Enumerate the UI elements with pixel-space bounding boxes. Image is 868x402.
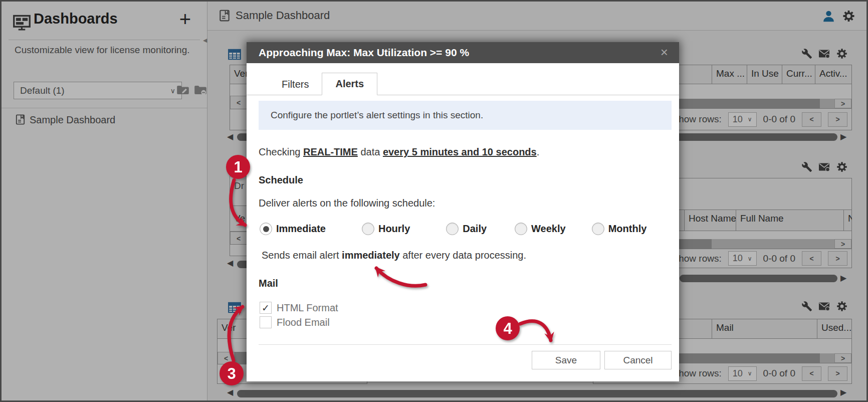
radio-label: Immediate xyxy=(276,223,326,235)
checking-text: Checking xyxy=(259,146,303,157)
note-emphasis: immediately xyxy=(342,250,400,261)
app-window: Dashboards + Customizable view for licen… xyxy=(0,0,868,402)
radio-monthly[interactable]: Monthly xyxy=(592,223,647,235)
checking-text: . xyxy=(537,146,540,157)
radio-dot xyxy=(592,223,604,235)
radio-immediate[interactable]: Immediate xyxy=(260,223,326,235)
checkbox-html-format[interactable]: ✓ HTML Format xyxy=(260,302,338,314)
checkbox-box-checked: ✓ xyxy=(260,302,272,314)
schedule-note: Sends email alert immediately after ever… xyxy=(262,250,526,261)
radio-weekly[interactable]: Weekly xyxy=(515,223,566,235)
radio-dot xyxy=(362,223,374,235)
radio-daily[interactable]: Daily xyxy=(446,223,487,235)
close-icon[interactable]: × xyxy=(658,44,671,61)
note-text: Sends email alert xyxy=(262,250,342,261)
radio-label: Hourly xyxy=(378,223,410,235)
info-banner: Configure the portlet’s alert settings i… xyxy=(259,101,672,130)
checkbox-label: Flood Email xyxy=(277,317,330,328)
radio-label: Daily xyxy=(463,223,487,235)
dialog-title: Approaching Max: Max Utilization >= 90 % xyxy=(259,47,469,59)
interval-emphasis: every 5 minutes and 10 seconds xyxy=(383,146,537,157)
radio-dot xyxy=(515,223,527,235)
check-icon: ✓ xyxy=(262,303,270,313)
checkbox-flood-email[interactable]: Flood Email xyxy=(260,316,330,328)
schedule-heading: Schedule xyxy=(259,174,303,186)
tab-filters[interactable]: Filters xyxy=(269,74,322,95)
checking-interval-text: Checking REAL-TIME data every 5 minutes … xyxy=(259,146,539,158)
radio-hourly[interactable]: Hourly xyxy=(362,223,410,235)
alert-settings-dialog: Approaching Max: Max Utilization >= 90 %… xyxy=(247,42,679,381)
schedule-caption: Deliver alerts on the following schedule… xyxy=(259,197,435,209)
cancel-button[interactable]: Cancel xyxy=(604,351,672,369)
footer-divider xyxy=(259,344,672,345)
checkbox-box-unchecked xyxy=(260,316,272,328)
radio-label: Weekly xyxy=(531,223,566,235)
mail-heading: Mail xyxy=(259,278,278,289)
note-text: after every data processing. xyxy=(400,250,526,261)
realtime-emphasis: REAL-TIME xyxy=(303,146,358,157)
dialog-tabs: Filters Alerts xyxy=(247,72,679,95)
dialog-titlebar: Approaching Max: Max Utilization >= 90 %… xyxy=(247,42,679,63)
tab-alerts[interactable]: Alerts xyxy=(322,73,377,95)
checking-text: data xyxy=(358,146,383,157)
schedule-radio-group: Immediate Hourly Daily Weekly Monthly xyxy=(260,223,646,235)
radio-dot-selected xyxy=(260,223,272,235)
radio-label: Monthly xyxy=(608,223,647,235)
save-button[interactable]: Save xyxy=(532,351,600,369)
checkbox-label: HTML Format xyxy=(277,302,338,314)
radio-dot xyxy=(446,223,459,235)
